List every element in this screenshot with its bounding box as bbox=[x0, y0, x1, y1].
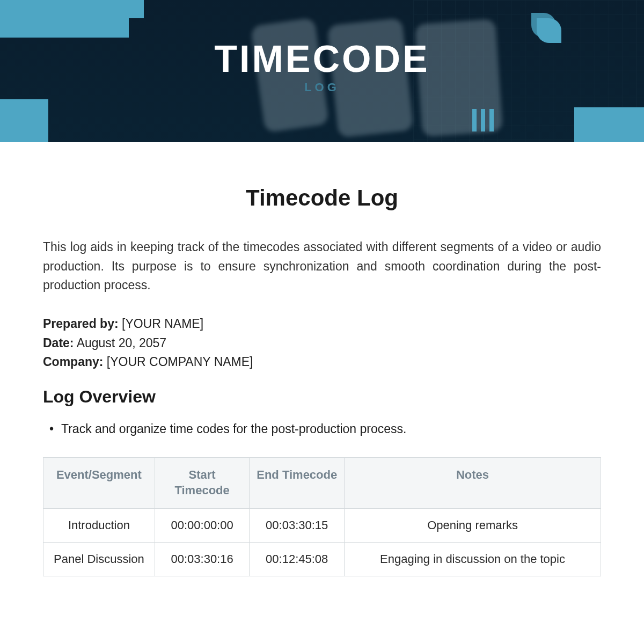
cell-event: Panel Discussion bbox=[43, 542, 155, 576]
document-body: Timecode Log This log aids in keeping tr… bbox=[0, 142, 644, 576]
table-header-row: Event/Segment Start Timecode End Timecod… bbox=[43, 458, 601, 508]
hero-title: TIMECODE bbox=[0, 38, 644, 80]
decor-rect bbox=[574, 107, 644, 142]
meta-prepared-by-label: Prepared by: bbox=[43, 317, 119, 331]
timecode-table: Event/Segment Start Timecode End Timecod… bbox=[43, 457, 601, 576]
cell-notes: Engaging in discussion on the topic bbox=[345, 542, 601, 576]
meta-date-value: August 20, 2057 bbox=[77, 336, 167, 350]
th-end: End Timecode bbox=[250, 458, 345, 508]
meta-date: Date: August 20, 2057 bbox=[43, 334, 601, 353]
table-row: Panel Discussion 00:03:30:16 00:12:45:08… bbox=[43, 542, 601, 576]
decor-rect bbox=[0, 0, 129, 38]
th-notes: Notes bbox=[345, 458, 601, 508]
cell-end: 00:03:30:15 bbox=[250, 508, 345, 542]
decor-bars bbox=[472, 109, 494, 131]
cell-start: 00:00:00:00 bbox=[155, 508, 250, 542]
meta-date-label: Date: bbox=[43, 336, 74, 350]
meta-prepared-by-value: [YOUR NAME] bbox=[122, 317, 203, 331]
table-row: Introduction 00:00:00:00 00:03:30:15 Ope… bbox=[43, 508, 601, 542]
decor-rect bbox=[0, 99, 48, 142]
page-title: Timecode Log bbox=[43, 185, 601, 211]
meta-company-label: Company: bbox=[43, 355, 103, 369]
overview-bullet: Track and organize time codes for the po… bbox=[43, 420, 601, 438]
th-event: Event/Segment bbox=[43, 458, 155, 508]
th-start: Start Timecode bbox=[155, 458, 250, 508]
meta-company-value: [YOUR COMPANY NAME] bbox=[107, 355, 253, 369]
intro-paragraph: This log aids in keeping track of the ti… bbox=[43, 238, 601, 295]
meta-company: Company: [YOUR COMPANY NAME] bbox=[43, 353, 601, 372]
meta-prepared-by: Prepared by: [YOUR NAME] bbox=[43, 314, 601, 334]
cell-notes: Opening remarks bbox=[345, 508, 601, 542]
decor-rect bbox=[129, 0, 144, 18]
hero-banner: TIMECODE LOG bbox=[0, 0, 644, 142]
cell-start: 00:03:30:16 bbox=[155, 542, 250, 576]
cell-event: Introduction bbox=[43, 508, 155, 542]
hero-subtitle: LOG bbox=[0, 80, 644, 94]
overview-heading: Log Overview bbox=[43, 387, 601, 407]
cell-end: 00:12:45:08 bbox=[250, 542, 345, 576]
